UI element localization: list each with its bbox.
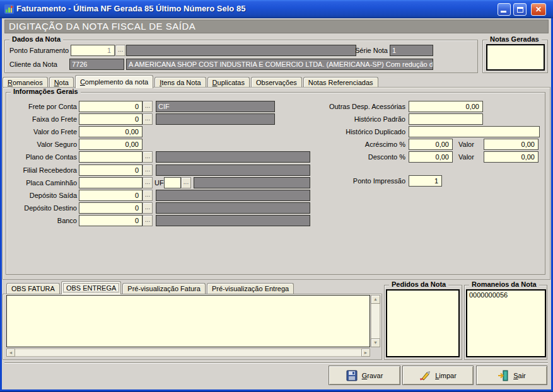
minimize-button[interactable] [498, 3, 511, 16]
frete-por-conta-lookup-button[interactable]: ... [143, 101, 153, 112]
page-title: DIGITAÇÃO DA NOTA FISCAL DE SAÍDA [4, 20, 549, 33]
close-button[interactable]: ✕ [531, 3, 546, 16]
deposito-destino-lookup-button[interactable]: ... [143, 202, 153, 214]
historico-duplicado-label: Histórico Duplicado [303, 126, 405, 137]
minimize-icon [501, 11, 506, 13]
historico-duplicado-input[interactable] [409, 126, 540, 137]
placa-caminhao-label: Placa Caminhão [4, 177, 77, 188]
gravar-button[interactable]: Gravar [329, 366, 400, 385]
deposito-saida-input[interactable]: 0 [79, 190, 143, 201]
main-tab-strip: Romaneios Nota Complemento da nota Itens… [3, 74, 378, 88]
ponto-faturamento-input[interactable]: 1 [71, 45, 115, 56]
uf-label: UF [154, 177, 164, 188]
placa-caminhao-input[interactable] [79, 177, 143, 188]
romaneios-da-nota-list[interactable]: 0000000056 [466, 289, 546, 357]
serie-nota-display: 1 [390, 45, 433, 56]
limpar-button[interactable]: Limpar [402, 366, 474, 385]
button-panel-separator [4, 362, 548, 364]
tab-notas-referenciadas[interactable]: Notas Referenciadas [303, 77, 378, 88]
tab-pre-visualizacao-entrega[interactable]: Pré-visualização Entrega [207, 283, 294, 294]
arrow-down-icon: ▼ [373, 340, 378, 345]
pedidos-da-nota-list[interactable] [386, 289, 460, 357]
tab-itens-da-nota[interactable]: Itens da Nota [154, 77, 206, 88]
cliente-name-display: A AMERICANA SHOP COST INDUSTRIA E COMERC… [126, 59, 433, 70]
romaneio-list-item[interactable]: 0000000056 [467, 291, 545, 300]
arrow-left-icon: ◄ [9, 350, 13, 355]
save-icon [346, 370, 358, 381]
desconto-valor-label: Valor [458, 151, 474, 163]
plano-de-contas-input[interactable] [79, 151, 143, 163]
frete-por-conta-label: Frete por Conta [4, 101, 77, 112]
scroll-up-button[interactable]: ▲ [371, 295, 380, 304]
faixa-do-frete-lookup-button[interactable]: ... [143, 113, 153, 125]
tab-pre-visualizacao-fatura[interactable]: Pré-visualização Fatura [122, 283, 206, 294]
acrescimo-input[interactable]: 0,00 [409, 139, 453, 150]
outras-desp-acessorias-input[interactable]: 0,00 [409, 101, 483, 112]
outras-desp-acessorias-label: Outras Desp. Acessórias [303, 101, 405, 112]
tab-nota[interactable]: Nota [49, 77, 74, 88]
filial-recebedora-display [156, 164, 310, 176]
maximize-icon [517, 7, 523, 13]
scroll-down-button[interactable]: ▼ [371, 338, 380, 347]
window-border-bottom [0, 389, 553, 392]
banco-input[interactable]: 0 [79, 215, 143, 226]
deposito-saida-lookup-button[interactable]: ... [143, 190, 153, 201]
valor-do-frete-input[interactable]: 0,00 [79, 126, 143, 137]
informacoes-gerais-legend: Informações Gerais [11, 88, 81, 95]
ponto-faturamento-lookup-button[interactable]: ... [115, 45, 125, 56]
close-icon: ✕ [532, 5, 545, 14]
uf-lookup-button[interactable]: ... [181, 177, 191, 188]
placa-caminhao-lookup-button[interactable]: ... [143, 177, 153, 188]
tab-obs-entrega[interactable]: OBS ENTREGA [61, 281, 121, 294]
ponto-impressao-input[interactable]: 1 [409, 175, 442, 187]
frete-por-conta-input[interactable]: 0 [79, 101, 143, 112]
historico-padrao-input[interactable] [409, 113, 483, 125]
tab-complemento-da-nota[interactable]: Complemento da nota [75, 75, 153, 88]
deposito-destino-display [156, 202, 310, 214]
desconto-input[interactable]: 0,00 [409, 151, 453, 163]
desconto-label: Desconto % [303, 151, 405, 163]
obs-entrega-textarea[interactable] [6, 295, 370, 347]
ponto-faturamento-display [126, 45, 356, 56]
uf-input[interactable] [164, 177, 181, 188]
sair-button[interactable]: Sair [476, 366, 547, 385]
tab-obs-fatura[interactable]: OBS FATURA [6, 283, 60, 294]
tab-duplicatas[interactable]: Duplicatas [207, 77, 250, 88]
obs-horizontal-scrollbar[interactable] [6, 349, 370, 357]
acrescimo-valor-label: Valor [458, 139, 474, 150]
scroll-left-button[interactable]: ◄ [6, 349, 15, 357]
filial-recebedora-input[interactable]: 0 [79, 164, 143, 176]
tab-romaneios[interactable]: Romaneios [3, 77, 48, 88]
acrescimo-label: Acréscimo % [303, 139, 405, 150]
deposito-saida-label: Depósito Saída [4, 190, 77, 201]
valor-seguro-input[interactable]: 0,00 [79, 139, 143, 150]
plano-de-contas-lookup-button[interactable]: ... [143, 151, 153, 163]
banco-lookup-button[interactable]: ... [143, 215, 153, 226]
app-icon [4, 4, 15, 14]
deposito-destino-input[interactable]: 0 [79, 202, 143, 214]
tab-observacoes[interactable]: Observações [251, 77, 302, 88]
faixa-do-frete-label: Faixa do Frete [4, 113, 77, 125]
arrow-right-icon: ► [364, 350, 368, 355]
desconto-valor-input[interactable]: 0,00 [484, 151, 538, 163]
scroll-right-button[interactable]: ► [361, 349, 370, 357]
faixa-do-frete-input[interactable]: 0 [79, 113, 143, 125]
limpar-button-label: Limpar [435, 372, 457, 379]
frete-por-conta-display: CIF [156, 101, 275, 112]
notas-geradas-list[interactable] [486, 44, 545, 71]
filial-recebedora-label: Filial Recebedora [4, 164, 77, 176]
plano-de-contas-label: Plano de Contas [4, 151, 77, 163]
arrow-up-icon: ▲ [373, 297, 378, 301]
window-border-left [0, 18, 2, 392]
acrescimo-valor-input[interactable]: 0,00 [484, 139, 538, 150]
historico-padrao-label: Histórico Padrão [303, 113, 405, 125]
application-window: Faturamento - Última NF Gerada 85 Último… [0, 0, 553, 392]
dados-da-nota-legend: Dados da Nota [9, 35, 63, 43]
serie-nota-label: Série Nota [353, 45, 388, 56]
deposito-saida-display [156, 190, 310, 201]
maximize-button[interactable] [513, 3, 527, 16]
plano-de-contas-display [156, 151, 310, 163]
exit-door-icon [498, 370, 509, 381]
filial-recebedora-lookup-button[interactable]: ... [143, 164, 153, 176]
cliente-da-nota-label: Cliente da Nota [9, 59, 57, 70]
